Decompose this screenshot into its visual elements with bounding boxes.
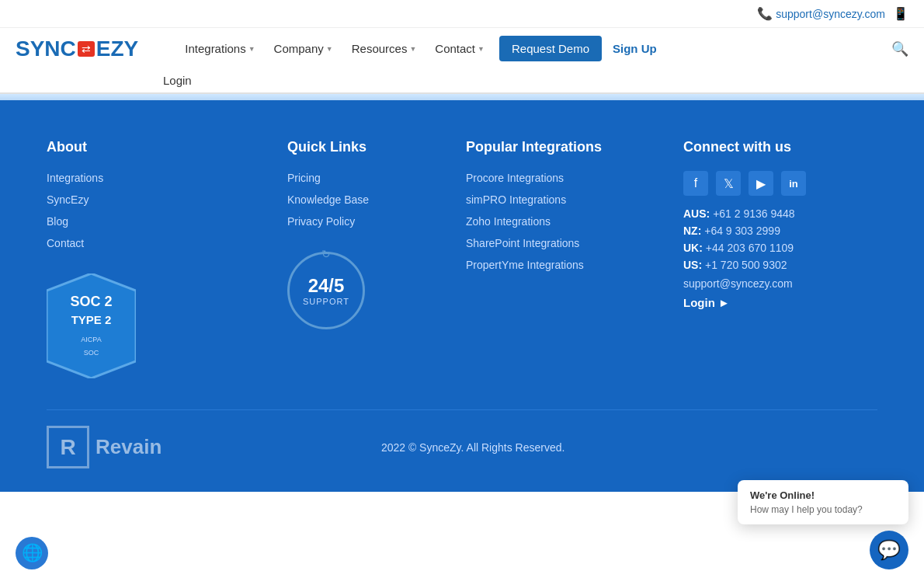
- nz-number: +64 9 303 2999: [704, 225, 780, 237]
- divider-bar: [0, 94, 924, 100]
- revain-logo: R Revain: [47, 426, 162, 468]
- nav-company[interactable]: Company ▼: [266, 36, 341, 61]
- linkedin-icon[interactable]: in: [781, 171, 806, 196]
- popular-integrations-heading: Popular Integrations: [466, 139, 660, 155]
- sign-up-button[interactable]: Sign Up: [605, 36, 665, 61]
- list-item: PropertYme Integrations: [466, 258, 660, 272]
- support-icon: 📞: [757, 6, 773, 21]
- uk-label: UK:: [683, 242, 703, 254]
- search-icon[interactable]: 🔍: [891, 40, 908, 57]
- nav-contact[interactable]: Contact ▼: [427, 36, 492, 61]
- facebook-icon[interactable]: f: [683, 171, 708, 196]
- footer-quick-links-col: Quick Links Pricing Knowledge Base Priva…: [287, 139, 443, 378]
- uk-phone: UK: +44 203 670 1109: [683, 242, 885, 254]
- list-item: Integrations: [47, 171, 264, 185]
- sharepoint-link[interactable]: SharePoint Integrations: [466, 237, 579, 249]
- about-heading: About: [47, 139, 264, 155]
- youtube-icon[interactable]: ▶: [749, 171, 773, 196]
- list-item: Procore Integrations: [466, 171, 660, 185]
- copyright-text: 2022 © SynceZy. All Rights Reserved.: [162, 441, 784, 454]
- list-item: Contact: [47, 236, 264, 250]
- support-sub-label: SUPPORT: [303, 297, 349, 306]
- footer-bottom: R Revain 2022 © SynceZy. All Rights Rese…: [47, 409, 877, 468]
- zoho-link[interactable]: Zoho Integrations: [466, 215, 551, 228]
- footer-popular-integrations-col: Popular Integrations Procore Integration…: [466, 139, 660, 378]
- nav-integrations-label: Integrations: [185, 42, 245, 55]
- simpro-link[interactable]: simPRO Integrations: [466, 193, 566, 206]
- login-row: Login: [0, 69, 924, 92]
- connect-heading: Connect with us: [683, 139, 885, 155]
- list-item: Knowledge Base: [287, 193, 443, 207]
- chevron-down-icon2: ▼: [326, 45, 333, 53]
- about-syncezy-link[interactable]: SyncEzy: [47, 193, 89, 206]
- nav-resources[interactable]: Resources ▼: [344, 36, 425, 61]
- support-number: 24/5: [308, 275, 345, 297]
- phone-icon: 📱: [893, 6, 908, 21]
- support-email[interactable]: support@syncezy.com: [776, 8, 885, 20]
- chat-question: How may I help you today?: [750, 504, 896, 515]
- pricing-link[interactable]: Pricing: [287, 172, 321, 184]
- chat-box: We're Online! How may I help you today?: [738, 480, 908, 524]
- support-circle: ↻ 24/5 SUPPORT: [287, 252, 443, 329]
- propertyme-link[interactable]: PropertYme Integrations: [466, 259, 584, 271]
- aus-number: +61 2 9136 9448: [713, 207, 795, 220]
- top-bar: 📞 support@syncezy.com 📱: [0, 0, 924, 28]
- svg-text:SOC 2: SOC 2: [70, 294, 112, 309]
- soc-badge: SOC 2 TYPE 2 AICPA SOC: [47, 273, 264, 378]
- knowledge-base-link[interactable]: Knowledge Base: [287, 193, 369, 206]
- login-link[interactable]: Login: [163, 74, 192, 87]
- footer: About Integrations SyncEzy Blog Contact …: [0, 100, 924, 492]
- us-label: US:: [683, 259, 702, 271]
- main-nav: SYNC ⇄ EZY Integrations ▼ Company ▼ Reso…: [0, 28, 924, 69]
- social-icons-row: f 𝕏 ▶ in: [683, 171, 885, 196]
- chevron-down-icon4: ▼: [478, 45, 485, 53]
- nav-resources-label: Resources: [352, 42, 408, 55]
- chevron-down-icon3: ▼: [409, 45, 416, 53]
- chevron-down-icon: ▼: [248, 45, 255, 53]
- list-item: simPRO Integrations: [466, 193, 660, 207]
- twitter-icon[interactable]: 𝕏: [716, 171, 741, 196]
- aus-phone: AUS: +61 2 9136 9448: [683, 207, 885, 220]
- list-item: Blog: [47, 214, 264, 228]
- about-contact-link[interactable]: Contact: [47, 237, 84, 249]
- about-blog-link[interactable]: Blog: [47, 215, 68, 228]
- list-item: SyncEzy: [47, 193, 264, 207]
- connect-email[interactable]: support@syncezy.com: [683, 277, 885, 290]
- about-integrations-link[interactable]: Integrations: [47, 172, 103, 184]
- us-phone: US: +1 720 500 9302: [683, 259, 885, 271]
- list-item: Pricing: [287, 171, 443, 185]
- request-demo-button[interactable]: Request Demo: [499, 36, 602, 61]
- uk-number: +44 203 670 1109: [706, 242, 794, 254]
- svg-text:SOC: SOC: [84, 349, 99, 357]
- nz-phone: NZ: +64 9 303 2999: [683, 225, 885, 237]
- procore-link[interactable]: Procore Integrations: [466, 172, 564, 184]
- chat-widget: We're Online! How may I help you today? …: [738, 480, 908, 569]
- list-item: Zoho Integrations: [466, 214, 660, 228]
- chat-avatar[interactable]: 💬: [870, 531, 908, 569]
- list-item: SharePoint Integrations: [466, 236, 660, 250]
- globe-icon[interactable]: 🌐: [16, 537, 48, 569]
- nz-label: NZ:: [683, 225, 701, 237]
- footer-about-col: About Integrations SyncEzy Blog Contact …: [47, 139, 264, 378]
- footer-connect-col: Connect with us f 𝕏 ▶ in AUS: +61 2 9136…: [683, 139, 885, 378]
- us-number: +1 720 500 9302: [705, 259, 787, 271]
- chat-status: We're Online!: [750, 489, 896, 501]
- aus-label: AUS:: [683, 207, 710, 220]
- footer-login-link[interactable]: Login ►: [683, 296, 730, 309]
- nav-integrations[interactable]: Integrations ▼: [177, 36, 262, 61]
- svg-text:AICPA: AICPA: [81, 336, 101, 343]
- privacy-policy-link[interactable]: Privacy Policy: [287, 215, 355, 228]
- nav-company-label: Company: [274, 42, 324, 55]
- list-item: Privacy Policy: [287, 214, 443, 228]
- svg-text:TYPE 2: TYPE 2: [71, 313, 112, 326]
- logo[interactable]: SYNC ⇄ EZY: [16, 37, 138, 61]
- quick-links-heading: Quick Links: [287, 139, 443, 155]
- nav-contact-label: Contact: [435, 42, 475, 55]
